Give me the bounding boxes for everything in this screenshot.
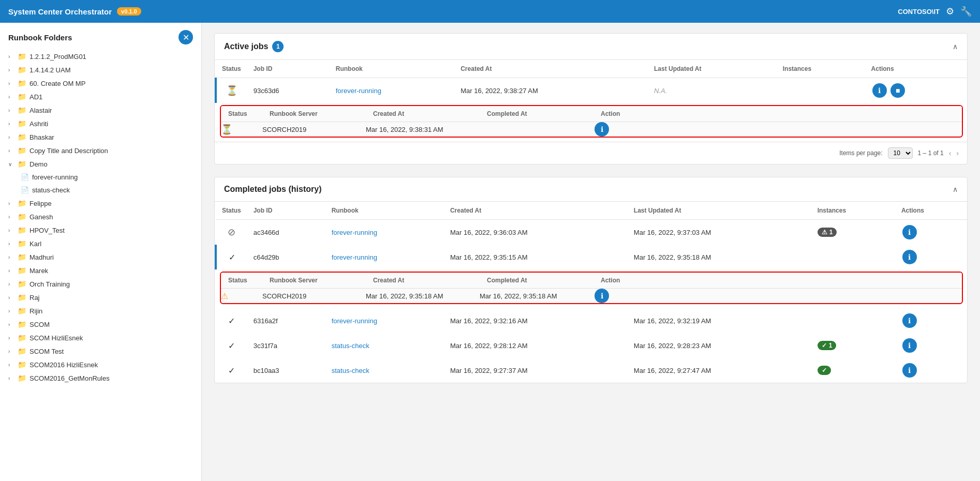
createdat-cell: Mar 16, 2022, 9:32:16 AM bbox=[444, 308, 628, 333]
sidebar-item-label: Bhaskar bbox=[29, 133, 54, 141]
items-per-page-select[interactable]: 10 25 50 bbox=[888, 147, 913, 159]
sidebar-item-ad1[interactable]: › 📁 AD1 bbox=[0, 90, 201, 103]
chevron-down-icon: ∨ bbox=[8, 161, 14, 167]
sidebar-item-ashriti[interactable]: › 📁 Ashriti bbox=[0, 117, 201, 130]
sidebar-title: Runbook Folders bbox=[8, 33, 72, 42]
sidebar-item-status-check[interactable]: 📄 status-check bbox=[0, 184, 201, 197]
version-badge: v0.1.0 bbox=[117, 7, 141, 16]
sidebar-item-scom2016g[interactable]: › 📁 SCOM2016_GetMonRules bbox=[0, 371, 201, 385]
sidebar-close-button[interactable]: ✕ bbox=[179, 30, 193, 44]
folder-icon: 📁 bbox=[18, 280, 26, 288]
sidebar-item-forever-running[interactable]: 📄 forever-running bbox=[0, 171, 201, 184]
col-instances: Instances bbox=[777, 60, 865, 78]
sub-info-button[interactable]: ℹ bbox=[595, 122, 609, 137]
sidebar-item-karl[interactable]: › 📁 Karl bbox=[0, 237, 201, 250]
jobid-cell: 93c63d6 bbox=[247, 78, 330, 103]
chevron-right-icon: › bbox=[8, 362, 14, 368]
createdat-cell: Mar 16, 2022, 9:38:27 AM bbox=[454, 78, 648, 103]
runbook-link[interactable]: forever-running bbox=[332, 229, 377, 236]
info-button[interactable]: ℹ bbox=[902, 250, 917, 264]
info-button[interactable]: ℹ bbox=[902, 338, 917, 353]
sidebar-item-bhaskar[interactable]: › 📁 Bhaskar bbox=[0, 130, 201, 144]
table-row[interactable]: ⊘ ac3466d forever-running Mar 16, 2022, … bbox=[216, 220, 967, 245]
folder-icon: 📁 bbox=[18, 266, 26, 275]
sub-col-action: Action bbox=[593, 273, 962, 289]
sidebar-item-label: 1.4.14.2 UAM bbox=[29, 66, 71, 74]
sidebar-item-scomtest[interactable]: › 📁 SCOM Test bbox=[0, 344, 201, 358]
sidebar-item-marek[interactable]: › 📁 Marek bbox=[0, 264, 201, 277]
table-row[interactable]: ✓ bc10aa3 status-check Mar 16, 2022, 9:2… bbox=[216, 358, 967, 383]
chevron-right-icon: › bbox=[8, 295, 14, 300]
sidebar-item-1212[interactable]: › 📁 1.2.1.2_ProdMG01 bbox=[0, 50, 201, 63]
sidebar-item-raj[interactable]: › 📁 Raj bbox=[0, 291, 201, 304]
info-button[interactable]: ℹ bbox=[902, 363, 917, 378]
sidebar-item-orch[interactable]: › 📁 Orch Training bbox=[0, 277, 201, 291]
info-button[interactable]: ℹ bbox=[902, 225, 917, 239]
gear-icon[interactable]: ⚙ bbox=[946, 6, 954, 17]
check-icon: ✓ bbox=[229, 253, 235, 262]
table-row[interactable]: ✓ 6316a2f forever-running Mar 16, 2022, … bbox=[216, 308, 967, 333]
sidebar-item-felippe[interactable]: › 📁 Felippe bbox=[0, 197, 201, 210]
sidebar-item-demo[interactable]: ∨ 📁 Demo bbox=[0, 157, 201, 171]
sidebar-item-label: SCOM Test bbox=[29, 348, 64, 355]
instances-badge-green: ✓ bbox=[818, 366, 831, 375]
folder-icon: 📁 bbox=[18, 133, 26, 141]
sidebar-item-scomhiz[interactable]: › 📁 SCOM HizliEsnek bbox=[0, 331, 201, 344]
info-button[interactable]: ℹ bbox=[902, 313, 917, 328]
runbook-link[interactable]: status-check bbox=[332, 342, 369, 350]
sidebar-item-label: Marek bbox=[29, 267, 48, 275]
wrench-icon[interactable]: 🔧 bbox=[960, 6, 972, 17]
content-area: Active jobs 1 ∧ Status Job ID Runbook Cr… bbox=[202, 23, 980, 481]
next-page-button[interactable]: › bbox=[956, 149, 959, 157]
lastupdated-cell: N.A. bbox=[648, 78, 777, 103]
createdat-cell: Mar 16, 2022, 9:35:15 AM bbox=[444, 245, 628, 269]
completed-jobs-title: Completed jobs (history) bbox=[224, 185, 321, 194]
sidebar-item-label: Copy Title and Description bbox=[29, 147, 108, 155]
sidebar-item-1414[interactable]: › 📁 1.4.14.2 UAM bbox=[0, 63, 201, 77]
runbook-link[interactable]: status-check bbox=[332, 367, 369, 374]
chevron-right-icon: › bbox=[8, 214, 14, 220]
jobid-cell: bc10aa3 bbox=[247, 358, 325, 383]
runbook-link[interactable]: forever-running bbox=[332, 317, 377, 325]
sidebar-item-scom[interactable]: › 📁 SCOM bbox=[0, 318, 201, 331]
sidebar-item-label: AD1 bbox=[29, 93, 42, 101]
col-runbook: Runbook bbox=[325, 202, 444, 220]
sub-col-completedat: Completed At bbox=[480, 273, 593, 289]
table-row[interactable]: ✓ c64d29b forever-running Mar 16, 2022, … bbox=[216, 245, 967, 269]
runbook-link[interactable]: forever-running bbox=[332, 253, 377, 261]
sub-info-button[interactable]: ℹ bbox=[595, 289, 609, 303]
info-button[interactable]: ℹ bbox=[872, 83, 887, 98]
sidebar-item-hpov[interactable]: › 📁 HPOV_Test bbox=[0, 223, 201, 237]
runbook-cell: forever-running bbox=[325, 245, 444, 269]
sidebar-item-madhuri[interactable]: › 📁 Madhuri bbox=[0, 250, 201, 264]
createdat-cell: Mar 16, 2022, 9:36:03 AM bbox=[444, 220, 628, 245]
sidebar-item-ganesh[interactable]: › 📁 Ganesh bbox=[0, 210, 201, 223]
sidebar-item-rijin[interactable]: › 📁 Rijin bbox=[0, 304, 201, 318]
sidebar-item-alastair[interactable]: › 📁 Alastair bbox=[0, 103, 201, 117]
col-createdat: Created At bbox=[444, 202, 628, 220]
jobid-cell: 3c31f7a bbox=[247, 333, 325, 358]
table-row[interactable]: ⏳ 93c63d6 forever-running Mar 16, 2022, … bbox=[216, 78, 967, 103]
stop-button[interactable]: ■ bbox=[890, 83, 905, 98]
sidebar-item-copytitle[interactable]: › 📁 Copy Title and Description bbox=[0, 144, 201, 157]
chevron-right-icon: › bbox=[8, 241, 14, 247]
chevron-right-icon: › bbox=[8, 281, 14, 287]
sidebar-scroll[interactable]: › 📁 1.2.1.2_ProdMG01 › 📁 1.4.14.2 UAM › … bbox=[0, 50, 201, 481]
sidebar-item-label: Ganesh bbox=[29, 213, 53, 221]
folder-icon: 📁 bbox=[18, 93, 26, 101]
sub-col-createdat: Created At bbox=[366, 273, 480, 289]
runbook-link[interactable]: forever-running bbox=[336, 87, 381, 95]
active-jobs-collapse-button[interactable]: ∧ bbox=[953, 42, 958, 51]
check-icon: ✓ bbox=[822, 342, 827, 349]
sidebar-item-60[interactable]: › 📁 60. Create OM MP bbox=[0, 77, 201, 90]
prev-page-button[interactable]: ‹ bbox=[949, 149, 952, 157]
instances-badge: ⚠ 1 bbox=[818, 228, 837, 237]
sidebar-item-scom2016[interactable]: › 📁 SCOM2016 HizliEsnek bbox=[0, 358, 201, 371]
completed-jobs-section: Completed jobs (history) ∧ Status Job ID… bbox=[214, 177, 968, 383]
sidebar-item-label: 60. Create OM MP bbox=[29, 80, 85, 87]
table-row[interactable]: ✓ 3c31f7a status-check Mar 16, 2022, 9:2… bbox=[216, 333, 967, 358]
folder-icon: 📁 bbox=[18, 226, 26, 234]
completed-jobs-collapse-button[interactable]: ∧ bbox=[953, 185, 958, 193]
sub-createdat-cell: Mar 16, 2022, 9:35:18 AM bbox=[366, 289, 480, 304]
sub-createdat-cell: Mar 16, 2022, 9:38:31 AM bbox=[366, 122, 480, 137]
